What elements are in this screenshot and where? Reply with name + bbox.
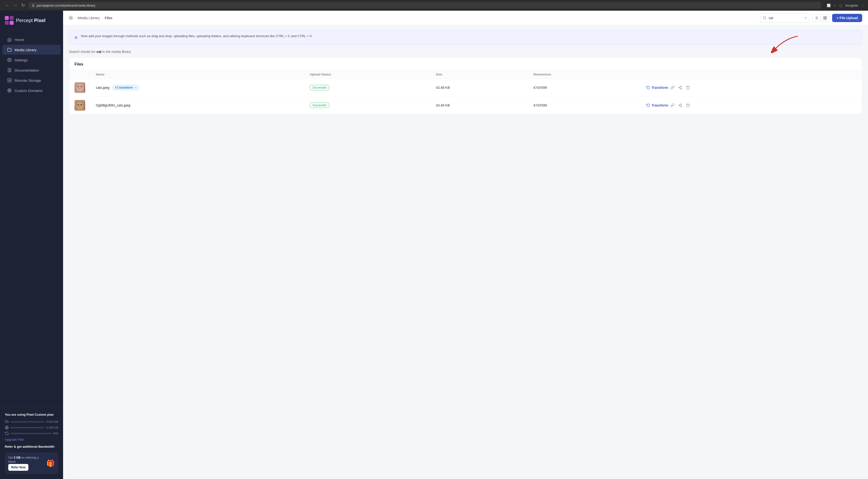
breadcrumb-sep-1: › (75, 16, 76, 20)
sidebar-item-home[interactable]: Home (2, 35, 61, 44)
svg-point-18 (763, 17, 766, 19)
main-wrapper: › Media Library › Files × (63, 11, 868, 479)
trash-icon-1 (686, 86, 690, 90)
svg-rect-3 (5, 21, 9, 25)
sidebar-item-settings[interactable]: Settings (2, 55, 61, 65)
refer-text: Get 2 GB on referring a friend (8, 456, 44, 464)
files-section-title: Files (69, 58, 862, 70)
copy-link-button-1[interactable] (669, 84, 676, 91)
link-icon-2 (671, 103, 674, 107)
info-banner: ✳ Now add your images through methods su… (69, 30, 862, 45)
copy-link-button-2[interactable] (669, 102, 676, 109)
back-button[interactable]: ← (4, 2, 10, 9)
svg-rect-8 (8, 79, 11, 80)
svg-point-35 (679, 87, 680, 88)
col-size: Size (431, 70, 528, 79)
upgrade-plan-link[interactable]: Upgrade Plan (5, 438, 58, 441)
usage-bar-bandwidth-wrap (11, 427, 44, 428)
sidebar-item-label: Remote Storage (14, 79, 41, 83)
table-header-row: Name Upload Status Size Dimensions (69, 70, 862, 79)
reload-button[interactable]: ↻ (20, 2, 26, 9)
link-icon-1 (671, 86, 674, 90)
refer-now-button[interactable]: Refer Now (8, 464, 28, 471)
forward-button[interactable]: → (12, 2, 19, 9)
svg-point-33 (81, 86, 82, 87)
banner-text: Now add your images through methods such… (81, 34, 312, 38)
file-thumb-cell-1 (69, 79, 91, 97)
delete-button-1[interactable] (685, 84, 691, 91)
sidebar-item-media-library[interactable]: Media Library (2, 45, 61, 55)
svg-rect-26 (824, 17, 825, 18)
usage-row-transforms: 0/10 (5, 431, 58, 435)
view-toggle (812, 14, 829, 22)
refer-image: 🎁 (46, 459, 55, 467)
share-button-2[interactable] (677, 102, 684, 109)
search-icon (763, 16, 767, 20)
transform-link-1[interactable]: Transform (646, 86, 668, 90)
transform-link-2[interactable]: Transform (646, 103, 668, 107)
file-name-cell-2: OgN8gIJRKt_cats.jpeg (91, 97, 305, 114)
search-clear-button[interactable]: × (804, 16, 807, 20)
cast-icon[interactable]: ⬜ (827, 4, 831, 7)
split-view-icon[interactable]: ▢ (839, 4, 842, 7)
sidebar-item-remote-storage[interactable]: Remote Storage (2, 76, 61, 85)
topbar-right: × + File Upload (760, 13, 862, 23)
status-badge-1: Successful (310, 85, 329, 90)
files-table: Name Upload Status Size Dimensions (69, 70, 862, 114)
delete-button-2[interactable] (685, 102, 691, 109)
svg-line-47 (680, 104, 681, 105)
svg-point-32 (78, 86, 79, 87)
svg-point-5 (9, 59, 10, 61)
svg-rect-28 (824, 18, 825, 20)
sidebar-item-documentation[interactable]: Documentation (2, 65, 61, 75)
menu-icon[interactable]: ⋮ (861, 4, 864, 7)
upload-status-cell-1: Successful (305, 79, 431, 97)
file-name-2: OgN8gIJRKt_cats.jpeg (96, 103, 130, 107)
home-icon (7, 37, 12, 42)
sidebar-logo: Percept Pixel (0, 11, 63, 30)
sidebar: Percept Pixel Home Media Library Setting… (0, 11, 63, 479)
grid-view-button[interactable] (821, 14, 829, 22)
status-badge-2: Successful (310, 102, 329, 108)
incognito-label: Incognito (845, 4, 858, 7)
usage-row-bandwidth: 0.1/50 GB (5, 426, 58, 429)
breadcrumb-media-library[interactable]: Media Library (78, 16, 100, 20)
table-row: OgN8gIJRKt_cats.jpeg Successful 43.48 KB… (69, 97, 862, 114)
search-result-label: Search results for cat in the media libr… (69, 50, 862, 54)
usage-text-bandwidth: 0.1/50 GB (46, 426, 58, 429)
transform-link-icon-1 (646, 86, 650, 90)
globe-icon (7, 88, 12, 93)
col-upload-status: Upload Status (305, 70, 431, 79)
svg-rect-2 (10, 16, 13, 20)
address-bar[interactable]: perceptpixel.com/dashboard/media-library (29, 2, 821, 9)
sidebar-bottom: You are using Pixel Custom plan 0.0/10 G… (0, 408, 63, 479)
list-view-button[interactable] (812, 14, 820, 22)
dimensions-cell-2: 474X599 (528, 97, 641, 114)
svg-line-19 (765, 19, 766, 20)
col-dimensions: Dimensions (528, 70, 641, 79)
topbar: › Media Library › Files × (63, 11, 868, 25)
breadcrumb-files: Files (105, 16, 113, 20)
file-thumbnail-1 (74, 82, 85, 93)
transform-badge-1[interactable]: +1 transform (112, 85, 139, 90)
sidebar-item-custom-domains[interactable]: Custom Domains (2, 86, 61, 95)
usage-text-transforms: 0/10 (53, 432, 58, 435)
upload-status-cell-2: Successful (305, 97, 431, 114)
sidebar-item-label: Settings (14, 58, 28, 62)
share-icon-1 (678, 86, 682, 90)
file-upload-button[interactable]: + File Upload (832, 14, 862, 22)
home-breadcrumb-icon[interactable] (69, 16, 73, 20)
search-input[interactable] (769, 16, 803, 20)
svg-rect-4 (10, 21, 13, 25)
app-layout: Percept Pixel Home Media Library Setting… (0, 11, 868, 479)
file-name-cell-1: cats.jpeg +1 transform (91, 79, 305, 97)
svg-rect-1 (5, 16, 9, 20)
svg-line-37 (680, 88, 681, 89)
bookmark-icon[interactable]: ☆ (834, 4, 836, 7)
svg-point-41 (78, 104, 79, 106)
svg-point-43 (681, 103, 682, 104)
sidebar-item-label: Documentation (14, 68, 39, 72)
svg-point-45 (681, 106, 682, 107)
svg-rect-29 (826, 18, 827, 20)
share-button-1[interactable] (677, 84, 684, 91)
